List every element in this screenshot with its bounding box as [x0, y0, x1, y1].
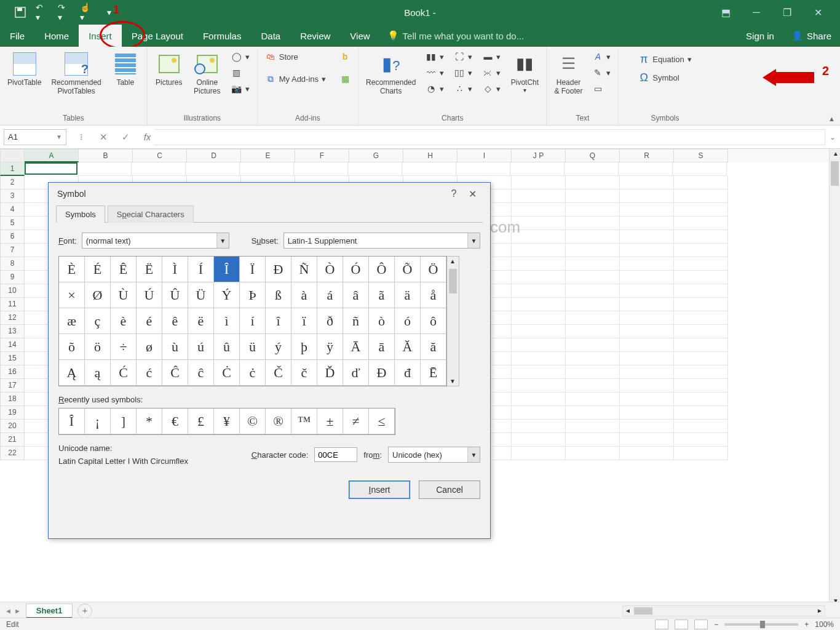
symbol-cell[interactable]: Ê	[111, 257, 137, 282]
cell[interactable]	[674, 257, 728, 271]
formula-input[interactable]	[154, 129, 825, 145]
symbol-cell[interactable]: ú	[188, 334, 214, 360]
row-header[interactable]: 5	[0, 217, 25, 230]
symbol-cell[interactable]: ï	[291, 308, 317, 334]
tell-me-search[interactable]: 💡 Tell me what you want to do...	[380, 25, 738, 47]
recommended-charts-button[interactable]: ▮? Recommended Charts	[363, 50, 418, 97]
symbol-cell[interactable]: É	[85, 257, 111, 282]
cell[interactable]	[512, 203, 566, 217]
cell[interactable]	[619, 162, 673, 176]
symbol-cell[interactable]: Ċ	[214, 360, 240, 386]
symbol-cell[interactable]: Ð	[266, 257, 291, 282]
cell[interactable]	[620, 379, 674, 393]
cell[interactable]	[512, 406, 566, 420]
cell[interactable]	[566, 203, 620, 217]
cell[interactable]	[620, 298, 674, 311]
column-header[interactable]: A	[25, 149, 79, 162]
column-header[interactable]: G	[349, 149, 403, 162]
page-break-view-icon[interactable]	[694, 620, 708, 629]
smartart-button[interactable]: ▥	[229, 66, 252, 79]
symbol-cell[interactable]: ă	[421, 334, 446, 360]
column-header[interactable]: C	[133, 149, 187, 162]
cell[interactable]	[674, 217, 728, 230]
cell[interactable]	[674, 433, 728, 447]
pivottable-button[interactable]: PivotTable	[5, 50, 44, 88]
cell[interactable]	[620, 433, 674, 447]
cell[interactable]	[620, 284, 674, 298]
symbol-cell[interactable]: Ď	[317, 360, 343, 386]
symbol-cell[interactable]: đ	[395, 360, 421, 386]
symbol-cell[interactable]: û	[214, 334, 240, 360]
row-header[interactable]: 4	[0, 203, 25, 217]
cell[interactable]	[566, 298, 620, 311]
cell[interactable]	[620, 176, 674, 189]
symbol-cell[interactable]: Ò	[317, 257, 343, 282]
text-box-button[interactable]: A▾	[590, 50, 613, 63]
symbol-cell[interactable]: Í	[188, 257, 214, 282]
redo-icon[interactable]: ↷ ▾	[58, 6, 71, 19]
cell[interactable]	[620, 203, 674, 217]
cell[interactable]	[566, 244, 620, 257]
tab-page-layout[interactable]: Page Layout	[122, 25, 193, 47]
cell[interactable]	[620, 365, 674, 379]
scatter-chart-button[interactable]: ∴▾	[451, 82, 475, 95]
recent-symbol-cell[interactable]: ≠	[343, 409, 369, 434]
symbol-cell[interactable]: ÿ	[317, 334, 343, 360]
symbol-cell[interactable]: Î	[214, 257, 240, 282]
cell[interactable]	[512, 189, 566, 203]
cell[interactable]	[132, 162, 186, 176]
zoom-in-icon[interactable]: +	[804, 620, 809, 629]
recent-symbol-cell[interactable]: Î	[59, 409, 85, 434]
restore-icon[interactable]: ❐	[776, 2, 798, 22]
symbol-cell[interactable]: í	[240, 308, 266, 334]
cell[interactable]	[566, 257, 620, 271]
symbol-cell[interactable]: ä	[395, 282, 421, 308]
symbol-cell[interactable]: Ö	[421, 257, 446, 282]
cell[interactable]	[674, 298, 728, 311]
row-header[interactable]: 19	[0, 406, 25, 420]
cell[interactable]	[566, 325, 620, 338]
sheet-nav-prev-icon[interactable]: ◄	[5, 607, 12, 615]
cell[interactable]	[620, 420, 674, 433]
symbol-button[interactable]: ΩSymbol	[636, 71, 694, 84]
cell[interactable]	[674, 311, 728, 325]
symbol-cell[interactable]: Þ	[240, 282, 266, 308]
row-header[interactable]: 10	[0, 284, 25, 298]
row-header[interactable]: 17	[0, 379, 25, 393]
symbol-cell[interactable]: ×	[59, 282, 85, 308]
symbol-cell[interactable]: ê	[162, 308, 188, 334]
symbol-cell[interactable]: ó	[395, 308, 421, 334]
sign-in-link[interactable]: Sign in	[737, 25, 783, 47]
recent-symbol-cell[interactable]: €	[162, 409, 188, 434]
cell[interactable]	[674, 176, 728, 189]
symbol-cell[interactable]: ô	[421, 308, 446, 334]
symbol-cell[interactable]: å	[421, 282, 446, 308]
cell[interactable]	[566, 189, 620, 203]
vertical-scrollbar[interactable]: ▲▼	[829, 149, 840, 605]
cell[interactable]	[620, 325, 674, 338]
save-icon[interactable]	[14, 6, 27, 19]
name-box[interactable]: A1▼	[4, 129, 66, 145]
line-chart-button[interactable]: 〰▾	[423, 66, 446, 79]
cell[interactable]	[674, 230, 728, 244]
cell[interactable]	[565, 162, 619, 176]
cell[interactable]	[566, 217, 620, 230]
cancel-formula-icon[interactable]: ✕	[95, 132, 112, 143]
shapes-button[interactable]: ◯▾	[229, 50, 252, 63]
cell[interactable]	[512, 311, 566, 325]
row-header[interactable]: 15	[0, 352, 25, 365]
symbol-cell[interactable]: î	[266, 308, 291, 334]
symbol-cell[interactable]: á	[317, 282, 343, 308]
row-header[interactable]: 22	[0, 447, 25, 460]
cell[interactable]	[512, 284, 566, 298]
zoom-slider[interactable]	[724, 623, 798, 626]
cell[interactable]	[512, 365, 566, 379]
touch-mode-icon[interactable]: ☝ ▾	[80, 6, 93, 19]
row-header[interactable]: 20	[0, 420, 25, 433]
close-icon[interactable]: ✕	[807, 2, 829, 22]
wordart-button[interactable]: ✎▾	[590, 66, 613, 79]
row-header[interactable]: 6	[0, 230, 25, 244]
cell[interactable]	[566, 271, 620, 284]
recent-symbol-cell[interactable]: ¡	[85, 409, 111, 434]
row-header[interactable]: 18	[0, 393, 25, 406]
